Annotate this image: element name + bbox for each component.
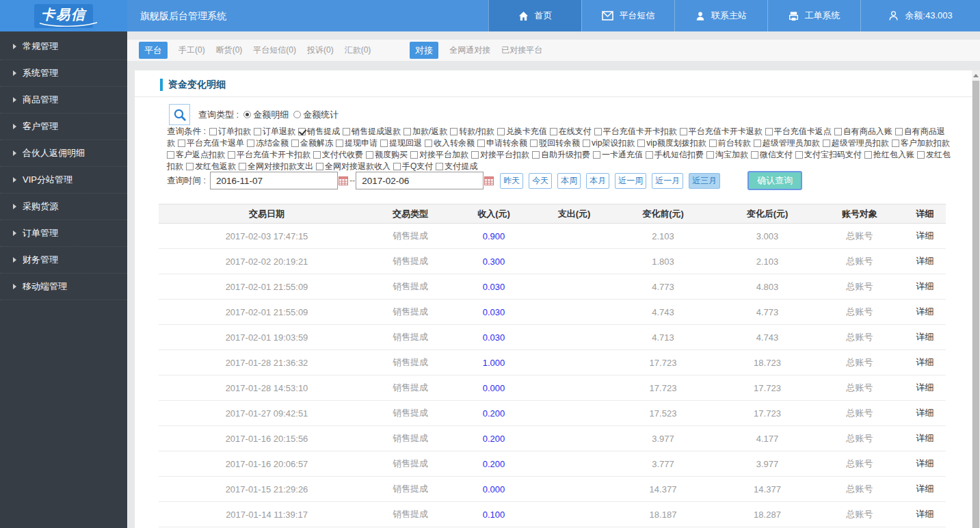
sidebar-item-3[interactable]: 客户管理 xyxy=(0,114,127,140)
nav-item-user[interactable]: 余额:43.003 xyxy=(860,0,980,31)
platform-tab-3[interactable]: 投诉(0) xyxy=(307,44,334,56)
filter-checkbox-item[interactable]: 销售提成 xyxy=(298,126,340,137)
checkbox-unchecked[interactable] xyxy=(795,151,803,159)
detail-link[interactable]: 详细 xyxy=(904,502,946,527)
calendar-icon[interactable] xyxy=(339,176,348,185)
checkbox-unchecked[interactable] xyxy=(917,151,925,159)
detail-link[interactable]: 详细 xyxy=(904,274,946,300)
filter-checkbox-item[interactable]: 超级管理员加款 xyxy=(754,137,820,149)
quick-date-button-0[interactable]: 昨天 xyxy=(500,173,523,189)
filter-checkbox-item[interactable]: 在线支付 xyxy=(550,126,592,137)
checkbox-unchecked[interactable] xyxy=(254,128,261,135)
filter-checkbox-item[interactable]: 对接平台扣款 xyxy=(471,149,529,161)
checkbox-unchecked[interactable] xyxy=(583,140,590,147)
sidebar-item-2[interactable]: 商品管理 xyxy=(0,87,127,114)
checkbox-unchecked[interactable] xyxy=(709,140,717,147)
checkbox-unchecked[interactable] xyxy=(247,140,254,147)
platform-tab-1[interactable]: 断货(0) xyxy=(216,44,243,56)
filter-checkbox-item[interactable]: 平台充值卡开卡扣款 xyxy=(228,149,310,161)
filter-checkbox-item[interactable]: 驳回转余额 xyxy=(530,137,580,149)
filter-checkbox-item[interactable]: 转款/扣款 xyxy=(450,126,494,137)
sidebar-item-8[interactable]: 财务管理 xyxy=(0,247,127,274)
nav-item-ticket[interactable]: 工单系统 xyxy=(767,0,860,31)
checkbox-unchecked[interactable] xyxy=(380,140,388,147)
detail-link[interactable]: 详细 xyxy=(904,451,946,477)
checkbox-unchecked[interactable] xyxy=(594,128,602,135)
scroll-thumb[interactable] xyxy=(972,81,979,528)
checkbox-unchecked[interactable] xyxy=(593,151,600,159)
filter-checkbox-item[interactable]: vip架设扣款 xyxy=(583,137,635,149)
filter-checkbox-item[interactable]: 支付代收费 xyxy=(313,149,363,161)
checkbox-unchecked[interactable] xyxy=(186,163,194,170)
checkbox-unchecked[interactable] xyxy=(680,128,687,135)
checkbox-unchecked[interactable] xyxy=(864,151,872,159)
checkbox-unchecked[interactable] xyxy=(895,128,903,135)
checkbox-unchecked[interactable] xyxy=(228,151,235,159)
filter-checkbox-item[interactable]: 淘宝加款 xyxy=(706,149,748,161)
checkbox-unchecked[interactable] xyxy=(823,140,830,147)
checkbox-unchecked[interactable] xyxy=(471,151,479,159)
quick-date-button-4[interactable]: 近一周 xyxy=(615,173,646,189)
filter-checkbox-item[interactable]: 申请转余额 xyxy=(477,137,527,149)
filter-checkbox-item[interactable]: 订单退款 xyxy=(254,126,295,137)
quick-date-button-5[interactable]: 近一月 xyxy=(652,173,683,189)
sidebar-item-7[interactable]: 订单管理 xyxy=(0,220,127,247)
nav-item-sms[interactable]: 平台短信 xyxy=(581,0,674,31)
scroll-up-arrow[interactable] xyxy=(973,74,979,77)
radio-unselected[interactable] xyxy=(293,111,301,118)
filter-checkbox-item[interactable]: 平台充值卡退单 xyxy=(178,137,244,149)
filter-checkbox-item[interactable]: 平台充值卡返点 xyxy=(765,126,832,137)
sidebar-item-6[interactable]: 采购货源 xyxy=(0,194,127,220)
connect-tab-0[interactable]: 全网通对接 xyxy=(449,44,490,56)
filter-checkbox-item[interactable]: 冻结金额 xyxy=(247,137,289,149)
filter-checkbox-item[interactable]: 客户加款扣款 xyxy=(892,137,950,149)
checkbox-unchecked[interactable] xyxy=(834,128,842,135)
detail-link[interactable]: 详细 xyxy=(904,249,946,274)
checkbox-unchecked[interactable] xyxy=(637,140,645,147)
checkbox-checked[interactable] xyxy=(298,128,306,135)
checkbox-unchecked[interactable] xyxy=(313,151,321,159)
filter-checkbox-item[interactable]: 发红包 xyxy=(917,149,951,161)
detail-link[interactable]: 详细 xyxy=(904,375,946,401)
filter-checkbox-item[interactable]: 对接平台加款 xyxy=(410,149,468,161)
tab-connect[interactable]: 对接 xyxy=(410,42,438,59)
vertical-scrollbar[interactable] xyxy=(972,70,980,528)
filter-checkbox-item[interactable]: 自有商品入账 xyxy=(834,126,892,137)
filter-checkbox-item[interactable]: vip额度划拨扣款 xyxy=(637,137,706,149)
checkbox-unchecked[interactable] xyxy=(706,151,714,159)
nav-item-contact[interactable]: 联系主站 xyxy=(674,0,767,31)
confirm-query-button[interactable]: 确认查询 xyxy=(747,171,802,190)
detail-link[interactable]: 详细 xyxy=(904,300,946,325)
checkbox-unchecked[interactable] xyxy=(646,151,653,159)
checkbox-unchecked[interactable] xyxy=(892,140,899,147)
filter-checkbox-item[interactable]: 微信支付 xyxy=(751,149,793,161)
checkbox-unchecked[interactable] xyxy=(343,128,350,135)
sidebar-item-9[interactable]: 移动端管理 xyxy=(0,274,127,300)
detail-link[interactable]: 详细 xyxy=(904,477,946,502)
tab-platform[interactable]: 平台 xyxy=(139,42,168,59)
filter-checkbox-item[interactable]: 额度购买 xyxy=(366,149,408,161)
checkbox-unchecked[interactable] xyxy=(239,163,246,170)
filter-checkbox-item[interactable]: 一卡通充值 xyxy=(593,149,643,161)
checkbox-unchecked[interactable] xyxy=(450,128,458,135)
platform-tab-2[interactable]: 平台短信(0) xyxy=(253,44,296,56)
sidebar-item-1[interactable]: 系统管理 xyxy=(0,60,127,87)
checkbox-unchecked[interactable] xyxy=(532,151,540,159)
filter-checkbox-item[interactable]: 前台转款 xyxy=(709,137,751,149)
checkbox-unchecked[interactable] xyxy=(209,128,217,135)
checkbox-unchecked[interactable] xyxy=(754,140,761,147)
checkbox-unchecked[interactable] xyxy=(291,140,299,147)
sidebar-item-4[interactable]: 合伙人返佣明细 xyxy=(0,140,127,167)
quick-date-button-3[interactable]: 本月 xyxy=(586,173,609,189)
sidebar-item-5[interactable]: VIP分站管理 xyxy=(0,167,127,194)
filter-checkbox-item[interactable]: 支付宝扫码支付 xyxy=(795,149,862,161)
quick-date-button-2[interactable]: 本周 xyxy=(557,173,581,189)
filter-checkbox-item[interactable]: 抢红包入账 xyxy=(864,149,914,161)
sidebar-item-0[interactable]: 常规管理 xyxy=(0,34,127,60)
filter-checkbox-item[interactable]: 加款/返款 xyxy=(403,126,447,137)
checkbox-unchecked[interactable] xyxy=(410,151,418,159)
detail-link[interactable]: 详细 xyxy=(904,401,946,426)
connect-tab-1[interactable]: 已对接平台 xyxy=(501,44,542,56)
checkbox-unchecked[interactable] xyxy=(436,163,443,170)
checkbox-unchecked[interactable] xyxy=(425,140,432,147)
